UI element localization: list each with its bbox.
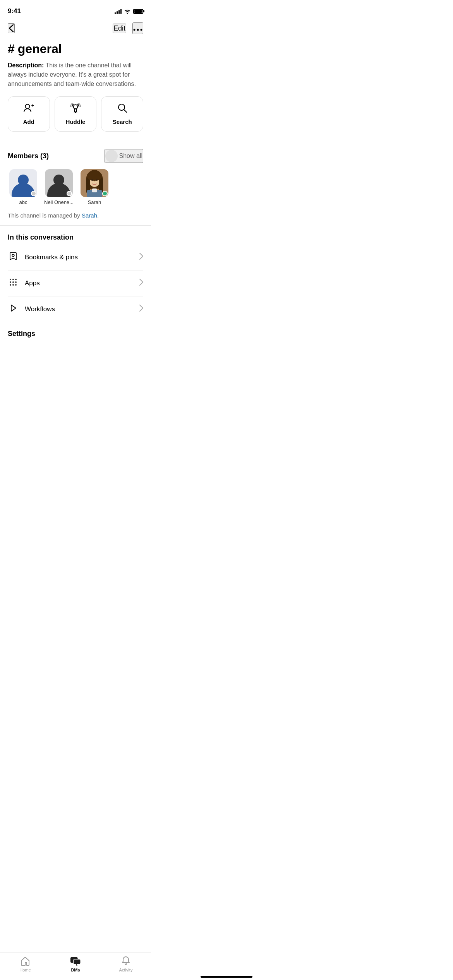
settings-section: Settings: [0, 322, 151, 338]
description-label: Description:: [8, 62, 44, 69]
status-dot-offline: [67, 191, 72, 196]
svg-point-30: [10, 284, 11, 286]
status-dot-offline: [31, 191, 36, 196]
bookmarks-item[interactable]: Bookmarks & pins: [8, 245, 143, 271]
bookmark-icon: [8, 252, 19, 263]
signal-icon: [115, 9, 122, 14]
conversation-items: Bookmarks & pins: [8, 245, 143, 322]
status-icons: [115, 9, 143, 14]
workflows-label: Workflows: [25, 305, 55, 313]
status-bar: 9:41: [0, 0, 151, 19]
member-item[interactable]: Neil Onene...: [43, 169, 74, 206]
apps-icon: [8, 278, 19, 289]
svg-point-21: [94, 182, 95, 182]
channel-name-text: general: [18, 42, 62, 56]
chevron-right-icon: [139, 253, 143, 262]
wifi-icon: [124, 9, 131, 14]
chevron-right-icon: [139, 279, 143, 288]
apps-label: Apps: [25, 279, 40, 287]
member-name: Sarah: [88, 199, 101, 206]
svg-point-28: [12, 281, 14, 283]
more-button[interactable]: [132, 22, 143, 34]
edit-button[interactable]: Edit: [113, 24, 126, 33]
member-item[interactable]: Sarah: [79, 169, 110, 206]
svg-rect-23: [92, 188, 97, 192]
svg-point-1: [137, 29, 139, 31]
huddle-icon: [70, 103, 81, 115]
svg-point-31: [12, 284, 14, 286]
svg-line-11: [124, 110, 127, 112]
svg-point-27: [10, 281, 11, 283]
bookmarks-label: Bookmarks & pins: [25, 254, 78, 261]
member-item[interactable]: abc: [8, 169, 39, 206]
show-all-button[interactable]: Show all: [105, 149, 143, 163]
svg-point-20: [96, 179, 98, 181]
huddle-button[interactable]: Huddle: [55, 96, 97, 132]
svg-point-18: [87, 171, 102, 181]
member-avatar-sarah: [81, 169, 108, 197]
members-header: Members (3) Show all: [8, 149, 143, 163]
member-avatar-abc: [9, 169, 37, 197]
conversation-section: In this conversation Bookmarks & pins: [0, 225, 151, 322]
svg-point-2: [141, 29, 142, 31]
svg-point-24: [10, 279, 11, 280]
svg-point-6: [74, 105, 78, 109]
svg-point-32: [15, 284, 17, 286]
status-dot-online: [102, 191, 108, 196]
member-name: Neil Onene...: [44, 199, 74, 206]
managed-by: This channel is managed by Sarah.: [8, 212, 143, 219]
svg-point-19: [91, 179, 93, 181]
action-buttons: Add Huddle Search: [0, 96, 151, 141]
svg-point-0: [134, 29, 136, 31]
channel-description: Description: This is the one channel tha…: [0, 61, 151, 96]
svg-point-3: [26, 105, 30, 109]
search-icon: [117, 103, 127, 115]
apps-item[interactable]: Apps: [8, 271, 143, 296]
back-button[interactable]: [8, 23, 15, 33]
chevron-right-icon: [139, 305, 143, 314]
members-list: abc Neil Onene...: [8, 169, 143, 206]
add-label: Add: [23, 118, 34, 125]
search-button[interactable]: Search: [101, 96, 143, 132]
member-avatar-neil: [45, 169, 73, 197]
members-title: Members (3): [8, 152, 49, 160]
svg-point-29: [15, 281, 17, 283]
conversation-title: In this conversation: [8, 233, 143, 242]
show-all-label: Show all: [119, 152, 142, 159]
add-person-icon: [23, 103, 34, 115]
member-name: abc: [19, 199, 27, 206]
status-time: 9:41: [8, 7, 21, 15]
members-section: Members (3) Show all abc: [0, 141, 151, 225]
battery-icon: [133, 9, 143, 14]
workflows-icon: [8, 303, 19, 315]
huddle-label: Huddle: [66, 118, 86, 125]
nav-actions: Edit: [113, 22, 143, 34]
add-button[interactable]: Add: [8, 96, 50, 132]
svg-point-26: [15, 279, 17, 280]
channel-title: # general: [0, 39, 151, 61]
hash-symbol: #: [8, 42, 15, 56]
managed-link[interactable]: Sarah: [82, 212, 97, 219]
channel-name: # general: [8, 42, 143, 56]
nav-header: Edit: [0, 19, 151, 39]
settings-title: Settings: [8, 330, 143, 338]
svg-point-25: [12, 279, 14, 280]
search-label: Search: [113, 118, 132, 125]
workflows-item[interactable]: Workflows: [8, 296, 143, 322]
show-all-icon: [105, 150, 118, 162]
